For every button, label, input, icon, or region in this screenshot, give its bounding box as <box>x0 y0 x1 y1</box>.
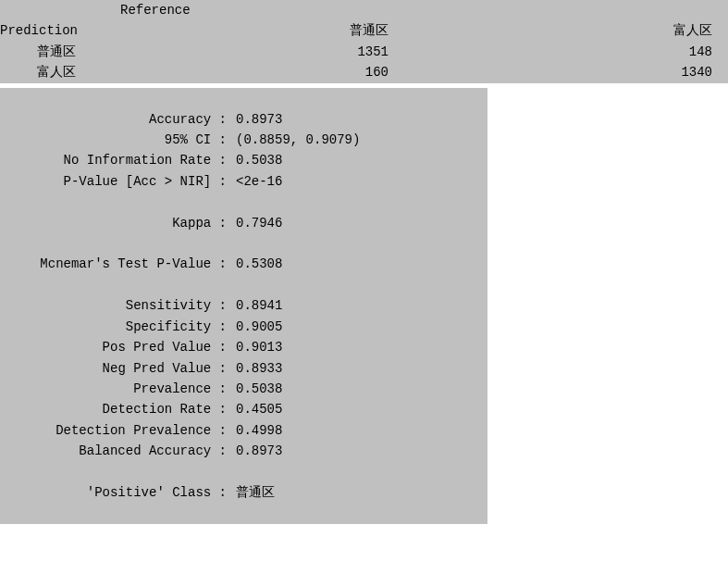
stat-detection-prevalence: Detection Prevalence : 0.4998 <box>0 420 487 441</box>
stat-ppv: Pos Pred Value : 0.9013 <box>0 337 487 357</box>
matrix-header-row: Prediction 普通区 富人区 <box>0 20 728 41</box>
stat-positive-class: 'Positive' Class : 普通区 <box>0 482 487 503</box>
stat-value: 0.4505 <box>227 399 282 419</box>
stat-value: 0.9005 <box>227 317 282 337</box>
stat-value: 0.4998 <box>227 420 282 441</box>
stat-mcnemar: Mcnemar's Test P-Value : 0.5308 <box>0 254 487 274</box>
cell-0-0: 1351 <box>102 42 389 62</box>
stat-label: Specificity : <box>0 317 227 337</box>
col-header-2: 富人区 <box>389 20 712 41</box>
stat-npv: Neg Pred Value : 0.8933 <box>0 358 487 379</box>
stat-label: 'Positive' Class : <box>0 482 227 503</box>
stat-value: 0.5038 <box>227 379 282 399</box>
stat-label: P-Value [Acc > NIR] : <box>0 171 227 192</box>
confusion-matrix-block: Reference Prediction 普通区 富人区 普通区 1351 14… <box>0 0 728 83</box>
stat-value: 0.5038 <box>227 150 282 170</box>
cell-1-1: 1340 <box>389 62 712 82</box>
stat-value: 普通区 <box>227 482 275 503</box>
stats-block: Accuracy : 0.8973 95% CI : (0.8859, 0.90… <box>0 88 487 524</box>
reference-header: Reference <box>0 0 728 20</box>
stat-detection-rate: Detection Rate : 0.4505 <box>0 399 487 419</box>
stat-kappa: Kappa : 0.7946 <box>0 213 487 233</box>
stat-balanced-accuracy: Balanced Accuracy : 0.8973 <box>0 441 487 461</box>
stat-value: 0.8941 <box>227 295 282 316</box>
stat-label: Neg Pred Value : <box>0 358 227 379</box>
stat-label: Sensitivity : <box>0 295 227 316</box>
matrix-row: 富人区 160 1340 <box>0 62 728 82</box>
stat-sensitivity: Sensitivity : 0.8941 <box>0 295 487 316</box>
cell-0-1: 148 <box>389 42 712 62</box>
stat-label: Mcnemar's Test P-Value : <box>0 254 227 274</box>
stat-value: (0.8859, 0.9079) <box>227 130 360 150</box>
row-label-1: 普通区 <box>0 42 102 62</box>
matrix-row: 普通区 1351 148 <box>0 42 728 62</box>
stat-pvalue: P-Value [Acc > NIR] : <2e-16 <box>0 171 487 192</box>
stat-value: 0.9013 <box>227 337 282 357</box>
cell-1-0: 160 <box>102 62 389 82</box>
stat-label: Detection Prevalence : <box>0 420 227 441</box>
stat-value: 0.8973 <box>227 441 282 461</box>
stat-value: 0.8973 <box>227 109 282 130</box>
stat-label: 95% CI : <box>0 130 227 150</box>
stat-nir: No Information Rate : 0.5038 <box>0 150 487 170</box>
stat-label: Detection Rate : <box>0 399 227 419</box>
stat-value: 0.8933 <box>227 358 282 379</box>
stat-label: Accuracy : <box>0 109 227 130</box>
stat-label: Kappa : <box>0 213 227 233</box>
stat-accuracy: Accuracy : 0.8973 <box>0 109 487 130</box>
stat-label: Balanced Accuracy : <box>0 441 227 461</box>
stat-value: 0.7946 <box>227 213 282 233</box>
row-label-2: 富人区 <box>0 62 102 82</box>
stat-prevalence: Prevalence : 0.5038 <box>0 379 487 399</box>
stat-label: Prevalence : <box>0 379 227 399</box>
prediction-header: Prediction <box>0 20 102 41</box>
stat-label: Pos Pred Value : <box>0 337 227 357</box>
col-header-1: 普通区 <box>102 20 389 41</box>
stat-specificity: Specificity : 0.9005 <box>0 317 487 337</box>
stat-value: 0.5308 <box>227 254 282 274</box>
stat-value: <2e-16 <box>227 171 282 192</box>
stat-label: No Information Rate : <box>0 150 227 170</box>
stat-ci: 95% CI : (0.8859, 0.9079) <box>0 130 487 150</box>
